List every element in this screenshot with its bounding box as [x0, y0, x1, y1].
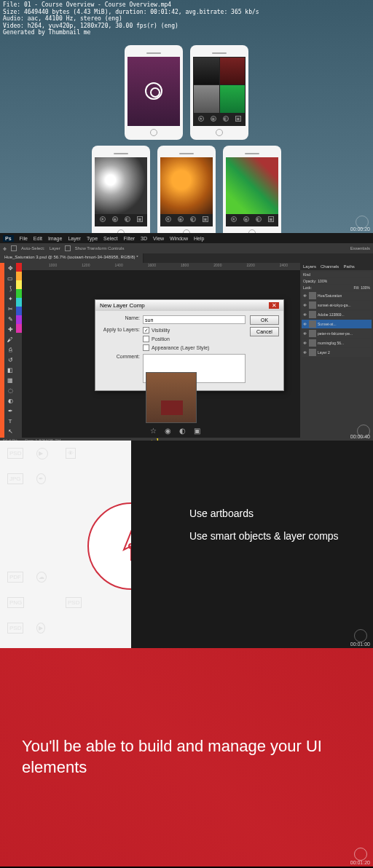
stamp-tool[interactable]: ⎙: [4, 344, 16, 355]
close-icon[interactable]: ✕: [269, 302, 279, 309]
appearance-checkbox[interactable]: [143, 344, 149, 351]
menu-view[interactable]: View: [153, 236, 164, 241]
position-checkbox[interactable]: [143, 336, 149, 342]
pen-tool[interactable]: ✒: [4, 406, 16, 416]
photoshop-panels: Layers Channels Paths Kind Opacity:100% …: [300, 263, 373, 438]
appearance-label: Appearance (Layer Style): [152, 345, 209, 350]
lasso-tool[interactable]: ⟆: [4, 283, 16, 293]
marquee-tool[interactable]: ▭: [4, 273, 16, 283]
phone-screen-grid: ★ ◉ ◐ ▣: [193, 57, 246, 126]
lock-fill-row: Lock: Fill:100%: [302, 285, 372, 291]
swatch-purple[interactable]: [16, 315, 22, 324]
swatch-yellow[interactable]: [16, 280, 22, 289]
video-metadata: File: 01 - Course Overview - Course Over…: [0, 0, 373, 38]
wand-tool[interactable]: ✦: [4, 293, 16, 304]
blur-tool[interactable]: ◌: [4, 385, 16, 395]
photoshop-toolbar: ✥ ▭ ⟆ ✦ ✂ ✎ ✚ 🖌 ⎙ ↺ ◧ ▦ ◌ ◐ ✒ T ↖: [4, 263, 16, 438]
timestamp: 00:00:20: [350, 226, 370, 232]
layer-item[interactable]: 👁peter-m-falconer-pe...: [302, 329, 372, 338]
swatch-green[interactable]: [16, 289, 22, 298]
menu-layer[interactable]: Layer: [68, 236, 81, 241]
contrast-icon: ◐: [256, 216, 262, 222]
layer-item[interactable]: 👁Layer 2: [302, 348, 372, 357]
photoshop-optionbar: ✥ Auto-Select: Layer Show Transform Cont…: [0, 243, 373, 253]
phone-speaker: [179, 153, 194, 154]
menu-select[interactable]: Select: [103, 236, 117, 241]
jpg-icon: JPG: [7, 473, 23, 484]
layer-item[interactable]: 👁morningfog 56...: [302, 339, 372, 347]
thumb-bw: [194, 58, 219, 85]
image-icon: ▣: [194, 427, 200, 435]
contrast-icon: ◐: [125, 216, 130, 222]
square-icon: ▣: [137, 216, 143, 222]
comment-label: Comment:: [100, 354, 140, 359]
photoshop-menubar: Ps File Edit Image Layer Type Select Fil…: [0, 233, 373, 243]
layers-filter: Kind: [302, 272, 372, 277]
tab-layers[interactable]: Layers: [303, 264, 316, 269]
crop-tool[interactable]: ✂: [4, 304, 16, 314]
tab-paths[interactable]: Paths: [343, 264, 354, 269]
move-tool[interactable]: ✥: [4, 263, 16, 273]
menu-help[interactable]: Help: [194, 236, 204, 241]
menu-file[interactable]: File: [20, 236, 28, 241]
layer-item[interactable]: 👁Adobe 123869...: [302, 310, 372, 319]
menu-filter[interactable]: Filter: [124, 236, 136, 241]
eyedropper-tool[interactable]: ✎: [4, 314, 16, 324]
swatch-magenta[interactable]: [16, 324, 22, 333]
path-tool[interactable]: ↖: [4, 426, 16, 436]
ruler-horizontal: 10001200140016001800200022002400: [22, 263, 300, 270]
phone-speaker: [212, 52, 227, 54]
color-swatch-bar: [16, 263, 22, 438]
visibility-checkbox[interactable]: ✓: [143, 327, 149, 334]
psd-icon: PSD: [66, 597, 82, 608]
circle-icon: ◉: [243, 216, 249, 222]
play-icon[interactable]: [354, 629, 367, 642]
menu-image[interactable]: Image: [48, 236, 62, 241]
swatch-orange[interactable]: [16, 272, 22, 280]
cloud-icon: ☁: [36, 572, 47, 583]
eraser-tool[interactable]: ◧: [4, 365, 16, 375]
swatch-blue[interactable]: [16, 307, 22, 315]
camera-icon: [145, 82, 162, 100]
gradient-tool[interactable]: ▦: [4, 375, 16, 385]
timestamp: 00:01:00: [350, 642, 370, 647]
type-tool[interactable]: T: [4, 416, 16, 426]
phone-mockup-3: ★ ◉ ◐ ▣: [92, 146, 150, 233]
checkbox-transform[interactable]: [65, 245, 71, 251]
cancel-button[interactable]: Cancel: [250, 327, 279, 336]
heal-tool[interactable]: ✚: [4, 324, 16, 334]
home-button-icon: [150, 129, 157, 136]
star-icon: ★: [100, 216, 106, 222]
photoshop-canvas[interactable]: 10001200140016001800200022002400 New Lay…: [22, 263, 300, 438]
play-icon[interactable]: [354, 848, 367, 861]
history-tool[interactable]: ↺: [4, 355, 16, 365]
dodge-tool[interactable]: ◐: [4, 395, 16, 406]
star-icon: ★: [165, 216, 171, 222]
menu-edit[interactable]: Edit: [34, 236, 42, 241]
layer-item[interactable]: 👁sunset-at-tokyo-ga...: [302, 301, 372, 309]
tab-channels[interactable]: Channels: [321, 264, 339, 269]
ok-button[interactable]: OK: [250, 315, 279, 325]
opacity-row: Opacity:100%: [302, 278, 372, 284]
document-tab[interactable]: Hue_Saturation 3.psd @ 56.7% (tootaart-h…: [0, 253, 144, 263]
menu-type[interactable]: Type: [87, 236, 98, 241]
dialog-title-text: New Layer Comp: [100, 302, 145, 309]
square-icon: ▣: [203, 216, 208, 222]
dialog-titlebar[interactable]: New Layer Comp ✕: [95, 300, 283, 311]
menu-3d[interactable]: 3D: [141, 236, 147, 241]
apply-label: Apply to Layers:: [100, 327, 140, 332]
brush-tool[interactable]: 🖌: [4, 334, 16, 344]
icon-bar: ★ ◉ ◐ ▣: [193, 114, 246, 124]
meta-file: File: 01 - Course Overview - Course Over…: [3, 1, 370, 9]
checkbox-autoselect[interactable]: [11, 245, 17, 251]
autoselect-value[interactable]: Layer: [50, 246, 60, 250]
name-input[interactable]: [143, 315, 246, 324]
workspace-label[interactable]: Essentials: [350, 246, 370, 250]
thumb-grey: [194, 85, 219, 113]
layer-item[interactable]: 👁Sunset-at...: [302, 320, 372, 328]
menu-window[interactable]: Window: [170, 236, 188, 241]
swatch-red[interactable]: [16, 263, 22, 272]
phones-row-1: ★ ◉ ◐ ▣: [0, 45, 373, 140]
layer-item[interactable]: 👁Hue/Saturation: [302, 291, 372, 300]
swatch-cyan[interactable]: [16, 298, 22, 307]
